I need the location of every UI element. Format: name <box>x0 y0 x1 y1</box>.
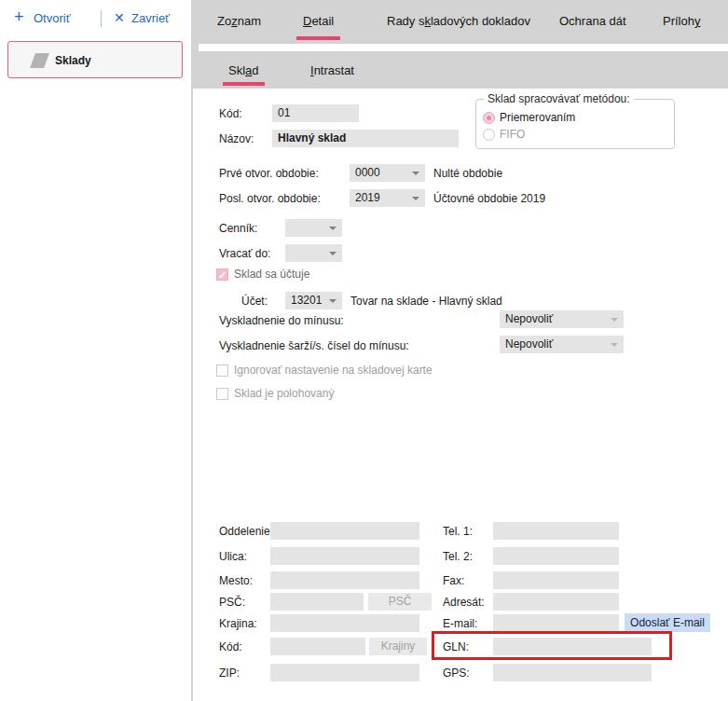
tab-mnemonic: y <box>694 14 701 28</box>
posl-obdobie-note: Účtovné obdobie 2019 <box>433 190 545 208</box>
open-button[interactable]: Otvoriť <box>34 11 71 25</box>
email-input[interactable] <box>493 614 619 632</box>
gln-label: GLN: <box>443 639 469 656</box>
tab-label: ladových dokladov <box>431 14 530 28</box>
prve-obdobie-select[interactable]: 0000 <box>350 164 425 182</box>
vyskladnenie-sarzi-select[interactable]: Nepovoliť <box>500 336 624 353</box>
plus-icon: + <box>14 7 24 27</box>
tab-detail[interactable]: Detail <box>303 14 334 31</box>
chevron-down-icon <box>412 197 419 200</box>
oddelenie-input[interactable] <box>270 522 419 540</box>
vyskladnenie-value: Nepovoliť <box>505 312 553 325</box>
tab-rady-skladovych-dokladov[interactable]: Rady skladových dokladov <box>387 14 530 31</box>
sidebar-item-sklady[interactable]: Sklady <box>7 41 183 78</box>
kod-krajiny-input[interactable] <box>270 638 365 655</box>
vracat-do-select[interactable] <box>285 244 342 262</box>
priemerovanim-radio[interactable] <box>483 112 495 124</box>
krajina-label: Krajina: <box>219 615 257 633</box>
fifo-radio[interactable] <box>483 129 495 141</box>
gps-input[interactable] <box>493 664 652 681</box>
subtab-intrastat[interactable]: Intrastat <box>310 63 354 80</box>
vyskladnenie-select[interactable]: Nepovoliť <box>500 310 624 328</box>
tab-zoznam[interactable]: Zoznam <box>217 14 261 31</box>
ignorovat-checkbox[interactable] <box>216 364 228 377</box>
chevron-down-icon <box>329 299 337 303</box>
subtab-label: Skl <box>228 63 245 77</box>
chevron-down-icon <box>329 227 337 230</box>
subtab-label: ntrastat <box>314 63 354 77</box>
gln-input[interactable] <box>493 638 652 655</box>
chevron-down-icon <box>611 318 618 322</box>
chevron-down-icon <box>611 343 618 347</box>
tab-content-top-strip <box>199 44 728 51</box>
method-groupbox: Sklad spracovávať metódou: Priemerovaním… <box>475 99 675 149</box>
tab-label: nam <box>238 14 261 28</box>
psc-input[interactable] <box>270 593 364 611</box>
mesto-input[interactable] <box>270 571 419 589</box>
priemerovanim-radio-label: Priemerovaním <box>500 109 575 127</box>
tab-label: Rady s <box>387 14 424 28</box>
psc-button[interactable]: PSČ <box>368 593 432 611</box>
krajina-input[interactable] <box>270 614 419 632</box>
kod-input[interactable]: 01 <box>272 104 359 122</box>
left-panel: + Otvoriť ✕ Zavrieť Sklady <box>0 0 191 701</box>
prve-obdobie-note: Nulté obdobie <box>433 165 502 183</box>
cennik-select[interactable] <box>285 219 342 237</box>
fax-input[interactable] <box>493 571 619 589</box>
ignorovat-label: Ignorovať nastavenie na skladovej karte <box>234 362 433 379</box>
zip-label: ZIP: <box>219 665 240 682</box>
adresat-input[interactable] <box>493 593 619 611</box>
tab-label: Zo <box>217 14 231 28</box>
subtab-label: d <box>252 63 258 77</box>
chevron-down-icon <box>412 172 419 175</box>
send-email-button[interactable]: Odoslať E-mail <box>625 613 710 632</box>
warehouse-detail-window: + Otvoriť ✕ Zavrieť Sklady Zoznam Detail… <box>0 0 728 701</box>
tab-mnemonic: D <box>303 14 311 28</box>
fifo-radio-label: FIFO <box>500 126 525 144</box>
krajiny-button[interactable]: Krajiny <box>369 638 427 655</box>
email-label: E-mail: <box>443 615 477 633</box>
prve-obdobie-label: Prvé otvor. obdobie: <box>219 165 319 183</box>
gps-label: GPS: <box>443 665 470 682</box>
tel1-label: Tel. 1: <box>443 523 473 541</box>
polohovany-checkbox[interactable] <box>216 388 228 400</box>
warehouse-icon <box>30 53 49 68</box>
ucet-select[interactable]: 13201 <box>285 292 342 309</box>
posl-obdobie-label: Posl. otvor. obdobie: <box>219 190 321 208</box>
sklad-sa-uctuje-checkbox[interactable]: ✓ <box>216 268 228 281</box>
vyskladnenie-label: Vyskladnenie do mínusu: <box>219 312 344 330</box>
ulica-label: Ulica: <box>219 548 247 566</box>
check-icon: ✓ <box>217 269 227 281</box>
posl-obdobie-select[interactable]: 2019 <box>350 189 425 207</box>
ucet-label: Účet: <box>241 293 268 310</box>
psc-label: PSČ: <box>219 594 245 612</box>
vracat-do-label: Vracať do: <box>219 245 270 263</box>
tel1-input[interactable] <box>493 522 619 540</box>
nazov-input[interactable]: Hlavný sklad <box>272 130 459 147</box>
tel2-input[interactable] <box>493 547 619 565</box>
vyskladnenie-sarzi-value: Nepovoliť <box>505 337 553 350</box>
kod-label: Kód: <box>219 105 242 123</box>
close-button[interactable]: Zavrieť <box>131 11 170 25</box>
tel2-label: Tel. 2: <box>443 548 473 566</box>
prve-obdobie-value: 0000 <box>355 166 380 179</box>
chevron-down-icon <box>329 252 337 255</box>
nazov-label: Názov: <box>219 131 254 148</box>
ucet-value: 13201 <box>291 294 322 307</box>
zip-input[interactable] <box>270 664 419 681</box>
posl-obdobie-value: 2019 <box>355 191 380 204</box>
tab-ochrana-dat[interactable]: Ochrana dát <box>559 14 626 31</box>
tab-label: etail <box>311 14 334 28</box>
cennik-label: Cenník: <box>219 220 257 238</box>
kod-krajiny-label: Kód: <box>219 639 242 656</box>
ulica-input[interactable] <box>270 547 419 565</box>
tab-prilohy[interactable]: Prílohy <box>663 14 700 31</box>
sidebar-item-label: Sklady <box>55 54 91 67</box>
subtab-sklad[interactable]: Sklad <box>228 63 259 80</box>
sklad-sa-uctuje-label: Sklad sa účtuje <box>234 266 309 283</box>
method-groupbox-title: Sklad spracovávať metódou: <box>484 92 634 105</box>
close-icon: ✕ <box>114 10 125 25</box>
polohovany-label: Sklad je polohovaný <box>234 385 334 403</box>
fax-label: Fax: <box>443 572 464 590</box>
ucet-note: Tovar na sklade - Hlavný sklad <box>350 293 502 310</box>
